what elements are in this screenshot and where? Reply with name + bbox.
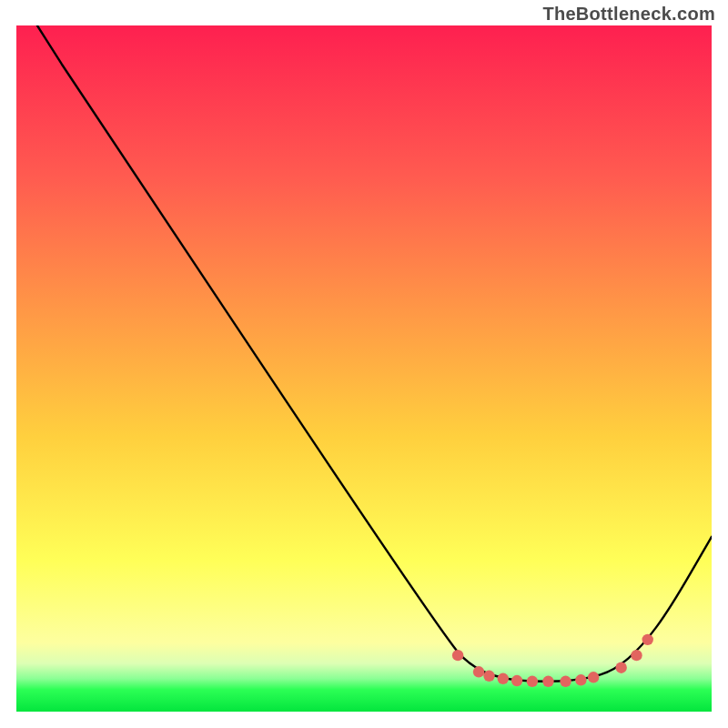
chart-svg (16, 25, 712, 712)
plot-area (16, 25, 712, 712)
marker-dot (631, 650, 642, 661)
gradient-background (16, 25, 712, 712)
marker-dot (473, 666, 484, 677)
marker-dot (588, 672, 599, 682)
watermark-text: TheBottleneck.com (542, 4, 715, 25)
marker-dot (483, 671, 494, 682)
chart-container: TheBottleneck.com (0, 0, 728, 728)
marker-dot (511, 675, 522, 686)
marker-dot (615, 662, 626, 673)
marker-dot (498, 673, 509, 684)
marker-dot (575, 674, 586, 685)
marker-dot (642, 634, 653, 645)
marker-dot (560, 676, 571, 687)
marker-dot (452, 650, 463, 661)
marker-dot (542, 676, 553, 687)
marker-dot (527, 676, 538, 687)
